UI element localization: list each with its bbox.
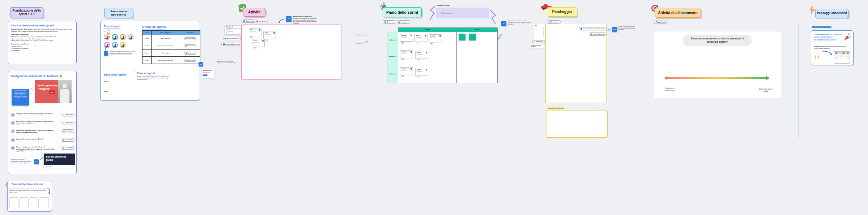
section-header-sprint-plan[interactable]: Piano dello sprint <box>383 7 422 17</box>
card-title: Attività <box>401 51 412 53</box>
sync-note-body: Sincronizza le tue schede con Jira, Asan… <box>293 18 317 24</box>
setup-note-sticky[interactable]: Guarda il video del nostro esperto per s… <box>12 89 29 106</box>
plan-card[interactable]: Attività Descrizione A-1 <box>429 34 442 42</box>
go-to-shape-label: Vai alla forma <box>187 60 195 61</box>
import-note: Aggiungi un link di esempio per collegar… <box>217 61 238 64</box>
go-to-shapes-button[interactable]: Vai alle forme <box>61 121 75 124</box>
activity-card[interactable]: Titolo Descrizione A-1 <box>249 28 261 36</box>
go-to-dates-button[interactable]: Vai alle date <box>61 129 75 133</box>
parking-note-icon <box>612 27 617 32</box>
section-header-overview[interactable]: Panoramica dell'evento <box>104 8 133 18</box>
template-card[interactable]: ✳Refinement del backlog <box>40 197 49 208</box>
alignment-scale[interactable] <box>667 77 767 79</box>
agenda-time: 5 min <box>142 35 151 42</box>
notes-mini-panel[interactable]: Note <box>534 24 545 40</box>
avatar[interactable] <box>104 34 110 40</box>
hint-arrow <box>353 39 369 44</box>
step-number: 4 <box>11 138 15 142</box>
template-card[interactable]: ✳Retrospettiva dello sprint <box>30 197 39 208</box>
card-title: Attività <box>416 35 426 36</box>
scale-arrowhead-right <box>766 76 770 80</box>
start-timer-button[interactable]: Avvia il timer <box>383 20 396 23</box>
plan-card[interactable]: Attività Descrizione A-1 <box>400 50 413 58</box>
go-to-shapes-button[interactable]: Vai alle forme <box>61 138 75 142</box>
avatar[interactable] <box>112 34 118 40</box>
template-card-label: Retrospettiva dello sprint <box>31 205 38 207</box>
section-header-next-steps[interactable]: Passaggi successivi <box>815 9 848 18</box>
go-to-shape-button[interactable]: Vai alla forma <box>184 59 196 62</box>
start-timer-button[interactable]: Avvia il timer <box>654 21 668 24</box>
guide-card[interactable]: Sprint planning guide Leggi la guida <box>43 153 75 168</box>
send-votes-button[interactable]: Invia più voti <box>397 20 410 23</box>
discussion-done-frame <box>546 111 608 138</box>
card-desc: Descrizione <box>265 34 275 35</box>
jira-icon <box>410 35 412 36</box>
agenda-item: Parcheggio <box>152 50 180 56</box>
activity-card[interactable]: Titolo Descrizione A-1 <box>263 31 276 39</box>
setup-video-thumbnail[interactable]: Sprint planning Prepare <box>35 80 72 103</box>
card-tag: A-1 <box>417 76 420 78</box>
brainstorm-button[interactable]: Brainstorming <box>532 40 545 43</box>
pointer-icon <box>186 38 187 39</box>
section-header-planning[interactable]: Pianificazione dello sprint 1 a 1 <box>10 7 43 18</box>
section-header-parking[interactable]: Parcheggio <box>547 7 577 17</box>
sticky-note[interactable] <box>469 34 476 40</box>
reaction-card[interactable] <box>201 69 215 79</box>
import-devops-button[interactable]: Importa da Azure DevOps <box>221 43 242 46</box>
card-title: Attività <box>417 69 427 70</box>
jira-icon <box>224 38 226 40</box>
sprint-goal-input[interactable] <box>436 8 489 18</box>
activity-card[interactable]: Titolo Descrizione A-1 <box>252 39 265 47</box>
card-title: Titolo <box>265 32 275 34</box>
avatar[interactable] <box>112 42 118 48</box>
section-header-alignment[interactable]: Attività di allineamento <box>655 8 701 18</box>
go-to-shape-button[interactable]: Vai alla forma <box>184 52 196 55</box>
card-tag: A-1 <box>401 75 404 77</box>
template-card[interactable]: ✳Revisione dello sprint <box>20 197 29 208</box>
accelerate-title: Accelera il tuo flusso di lavoro <box>12 183 49 185</box>
avatar[interactable] <box>120 34 126 40</box>
avatar[interactable] <box>120 42 126 48</box>
start-timer-button[interactable]: Avvia il timer <box>242 20 255 23</box>
about-p1-bold: La pianificazione dello sprint <box>11 28 32 30</box>
template-card-label: Revisione dello sprint <box>21 205 27 207</box>
plan-card[interactable]: Attività Descrizione A-1 <box>415 68 428 76</box>
doodle-squiggle-left <box>428 5 436 22</box>
play-button-icon[interactable] <box>49 90 55 94</box>
vote-icon <box>256 21 258 22</box>
jira-icon <box>590 33 592 35</box>
create-jira-issue-button[interactable]: Crea un problema Jira <box>589 33 607 36</box>
plan-notes-cell <box>456 65 498 83</box>
sort-ideas-tag[interactable]: Modello ordina le idee automatica <box>531 44 544 48</box>
plan-card[interactable]: Attività Descrizione A-1 <box>415 51 428 59</box>
alignment-question: Siamo a buon punto col nostro piano per … <box>683 35 752 46</box>
use-with-list: Scrum master Proprietario del prodotto S… <box>11 45 73 52</box>
sprint-start-label: Inizio: <box>104 80 110 82</box>
plan-card[interactable]: Attività Descrizione A-1 <box>400 34 413 42</box>
avatar[interactable] <box>128 34 134 40</box>
start-timer-button[interactable]: Avvia il timer <box>547 20 561 23</box>
sticky-note[interactable] <box>459 34 465 40</box>
plan-card[interactable]: Attività Descrizione A-1 <box>400 67 413 75</box>
kanban-board-preview[interactable] <box>834 51 850 64</box>
go-to-shape-button[interactable]: Vai alla forma <box>184 37 196 40</box>
pointer-icon <box>63 139 64 141</box>
plan-card[interactable]: Attività Descrizione A-1 <box>414 34 427 42</box>
go-to-shapes-button[interactable]: Vai alle forme <box>61 146 75 150</box>
about-title: Cos'è la pianificazione dello sprint? <box>11 24 73 27</box>
card-desc: Descrizione <box>401 70 412 72</box>
go-to-shape-button[interactable]: Vai alla forma <box>184 44 196 47</box>
agenda-item: Avvia le attività <box>152 35 180 42</box>
go-to-shapes-button[interactable]: Vai alle forme <box>61 113 75 116</box>
daily-standup-tag[interactable]: Riunione in piedi giornaliera <box>812 26 831 28</box>
import-jira-button[interactable]: Importa problemi Jira <box>223 37 241 40</box>
jira-icon <box>425 35 426 36</box>
section-header-activities[interactable]: Attività <box>243 8 265 17</box>
scale-arrowhead-left <box>664 76 667 80</box>
send-votes-button[interactable]: Invia più voti <box>254 20 268 23</box>
step-button-label: Vai alle forme <box>65 114 73 115</box>
template-card[interactable]: ✳Riunione giornaliera <box>9 197 18 208</box>
sticky-note-preview <box>535 27 544 38</box>
agenda-action-cell: Vai alla forma <box>180 50 200 56</box>
create-devops-item-button[interactable]: Crea un elemento di lavoro Azure DevOps <box>579 27 607 30</box>
